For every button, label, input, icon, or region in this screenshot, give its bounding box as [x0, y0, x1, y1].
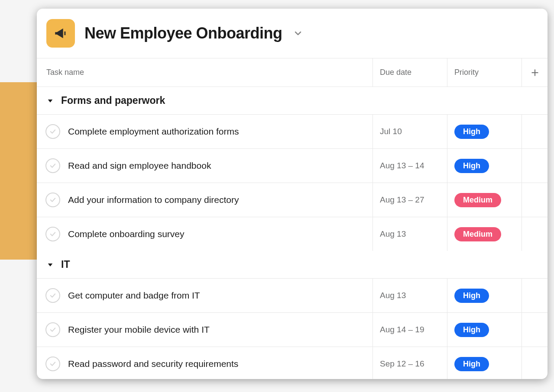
priority-badge: High [454, 323, 489, 337]
task-row[interactable]: Add your information to company director… [37, 183, 548, 217]
task-name-cell: Complete employment authorization forms [37, 115, 373, 148]
megaphone-icon [53, 26, 68, 41]
task-row[interactable]: Read password and security requirements … [37, 347, 548, 379]
priority-cell[interactable]: Medium [447, 183, 522, 217]
task-row[interactable]: Complete onboarding survey Aug 13 Medium [37, 217, 548, 251]
task-name-cell: Get computer and badge from IT [37, 279, 373, 312]
due-date: Aug 13 – 14 [380, 161, 424, 170]
due-date-cell[interactable]: Aug 13 – 14 [373, 149, 447, 183]
empty-cell [522, 217, 548, 251]
due-date-cell[interactable]: Sep 12 – 16 [373, 347, 447, 379]
empty-cell [522, 115, 548, 148]
due-date: Jul 10 [380, 127, 402, 136]
tasks-container: Forms and paperwork Complete employment … [37, 87, 548, 379]
empty-cell [522, 347, 548, 379]
check-icon [49, 326, 57, 334]
task-complete-toggle[interactable] [45, 357, 60, 371]
task-complete-toggle[interactable] [45, 158, 60, 173]
priority-badge: Medium [454, 227, 501, 241]
task-complete-toggle[interactable] [45, 193, 60, 207]
priority-badge: High [454, 289, 489, 303]
due-date: Aug 13 [380, 291, 406, 300]
section-title[interactable]: Forms and paperwork [61, 95, 165, 106]
due-date-cell[interactable]: Aug 14 – 19 [373, 313, 447, 347]
task-complete-toggle[interactable] [45, 227, 60, 241]
due-date: Aug 13 [380, 229, 406, 239]
add-column-button[interactable] [522, 58, 548, 87]
task-name[interactable]: Read password and security requirements [68, 359, 238, 369]
priority-cell[interactable]: High [447, 149, 522, 183]
priority-cell[interactable]: High [447, 279, 522, 312]
caret-down-icon [46, 97, 54, 105]
caret-down-icon [46, 261, 54, 269]
section-collapse-toggle[interactable] [46, 97, 54, 105]
empty-cell [522, 313, 548, 347]
task-name-cell: Add your information to company director… [37, 183, 373, 217]
check-icon [49, 292, 57, 299]
task-row[interactable]: Read and sign employee handbook Aug 13 –… [37, 148, 548, 183]
project-menu-button[interactable] [293, 28, 303, 39]
project-header: New Employee Onboarding [37, 9, 548, 58]
section-title[interactable]: IT [61, 259, 70, 270]
svg-rect-0 [65, 32, 66, 35]
plus-icon [531, 68, 539, 77]
project-panel: New Employee Onboarding Task name Due da… [37, 9, 548, 379]
task-name[interactable]: Complete onboarding survey [68, 229, 185, 239]
task-name-cell: Register your mobile device with IT [37, 313, 373, 347]
priority-badge: High [454, 125, 489, 139]
due-date: Aug 14 – 19 [380, 325, 424, 334]
check-icon [49, 196, 57, 204]
priority-badge: Medium [454, 193, 501, 207]
check-icon [49, 162, 57, 170]
task-complete-toggle[interactable] [45, 124, 60, 139]
task-complete-toggle[interactable] [45, 288, 60, 303]
chevron-down-icon [293, 28, 303, 39]
column-header-priority[interactable]: Priority [447, 58, 522, 87]
due-date-cell[interactable]: Aug 13 [373, 217, 447, 251]
check-icon [49, 360, 57, 368]
task-name[interactable]: Register your mobile device with IT [68, 325, 210, 335]
section-collapse-toggle[interactable] [46, 261, 54, 269]
check-icon [49, 230, 57, 238]
section-header: Forms and paperwork [37, 87, 548, 114]
task-name-cell: Complete onboarding survey [37, 217, 373, 251]
task-name-cell: Read password and security requirements [37, 347, 373, 379]
due-date: Sep 12 – 16 [380, 359, 424, 369]
task-row[interactable]: Complete employment authorization forms … [37, 114, 548, 148]
due-date-cell[interactable]: Aug 13 – 27 [373, 183, 447, 217]
priority-cell[interactable]: High [447, 313, 522, 347]
priority-badge: High [454, 159, 489, 173]
priority-cell[interactable]: Medium [447, 217, 522, 251]
priority-cell[interactable]: High [447, 347, 522, 379]
empty-cell [522, 183, 548, 217]
section-header: IT [37, 251, 548, 278]
priority-badge: High [454, 357, 489, 371]
task-complete-toggle[interactable] [45, 322, 60, 337]
empty-cell [522, 149, 548, 183]
task-name[interactable]: Add your information to company director… [68, 195, 239, 205]
task-name-cell: Read and sign employee handbook [37, 149, 373, 183]
priority-cell[interactable]: High [447, 115, 522, 148]
empty-cell [522, 279, 548, 312]
due-date-cell[interactable]: Jul 10 [373, 115, 447, 148]
task-name[interactable]: Get computer and badge from IT [68, 290, 200, 301]
due-date-cell[interactable]: Aug 13 [373, 279, 447, 312]
task-row[interactable]: Register your mobile device with IT Aug … [37, 312, 548, 347]
project-title[interactable]: New Employee Onboarding [84, 24, 282, 42]
task-row[interactable]: Get computer and badge from IT Aug 13 Hi… [37, 278, 548, 312]
column-header-task-name[interactable]: Task name [37, 58, 373, 87]
project-icon[interactable] [46, 19, 75, 48]
column-header-due-date[interactable]: Due date [373, 58, 447, 87]
task-name[interactable]: Complete employment authorization forms [68, 126, 239, 137]
column-header-row: Task name Due date Priority [37, 58, 548, 87]
check-icon [49, 128, 57, 135]
task-name[interactable]: Read and sign employee handbook [68, 161, 211, 171]
background-decoration [0, 82, 41, 260]
due-date: Aug 13 – 27 [380, 195, 424, 205]
